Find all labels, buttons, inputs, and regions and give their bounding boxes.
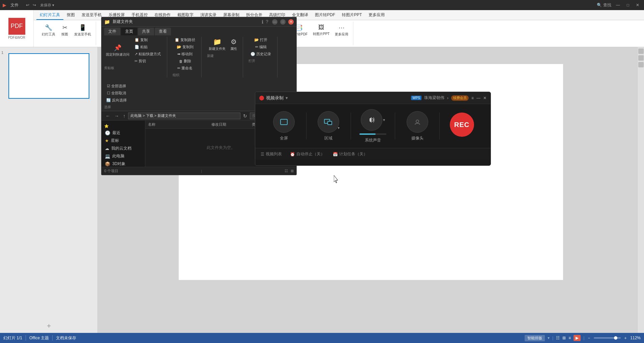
fe-maximize[interactable]: □: [280, 19, 286, 25]
vr-close-btn[interactable]: ✕: [483, 96, 487, 100]
smart-layout-btn[interactable]: 智能排版: [525, 335, 545, 341]
fe-minimize[interactable]: —: [272, 19, 277, 25]
details-view-btn[interactable]: ☷: [556, 336, 560, 340]
video-recorder-window: 视频录制 ▾ WPS 珠海梁朝伟 › 续费会员 ≡ — ✕ 全屏: [255, 92, 491, 166]
vr-fullscreen-btn[interactable]: [273, 111, 295, 133]
vr-audio-btn[interactable]: [361, 109, 382, 131]
fe-paste-btn[interactable]: 📄粘贴: [133, 44, 163, 50]
col-date[interactable]: 修改日期: [209, 122, 249, 127]
rs-btn-2[interactable]: [638, 55, 644, 61]
fe-back-btn[interactable]: ←: [104, 113, 112, 119]
fe-tab-share[interactable]: 共享: [138, 28, 154, 35]
slide-thumbnail[interactable]: [8, 53, 89, 99]
menu-file[interactable]: 文件: [8, 1, 21, 9]
fe-address-input[interactable]: 此电脑 > 下载 > 新建文件夹: [128, 113, 240, 119]
btn-tools[interactable]: 🔧幻灯工具: [40, 23, 57, 38]
vr-auto-stop-btn[interactable]: ⏰ 自动停止（关）: [290, 151, 325, 157]
rs-btn-1[interactable]: [638, 49, 644, 54]
rtab-img-pdf[interactable]: 图片转PDF: [312, 11, 339, 20]
theme-label[interactable]: Office 主题: [29, 335, 49, 341]
zoom-slider[interactable]: [594, 337, 621, 339]
vr-minimize-btn[interactable]: —: [476, 96, 480, 100]
vr-video-list-btn[interactable]: ☰ 视频列表: [261, 151, 282, 157]
rtab-more[interactable]: 更多应用: [365, 11, 388, 20]
fe-large-icons-view[interactable]: ⊞: [291, 169, 294, 173]
vr-audio-arrow[interactable]: ▾: [383, 118, 385, 122]
fe-select-all-btn[interactable]: ☑全部选择: [105, 83, 128, 89]
doc-save-status[interactable]: 文档未保存: [56, 335, 76, 341]
fe-delete-btn[interactable]: 🗑删除: [177, 58, 193, 64]
minimize-btn[interactable]: —: [614, 3, 622, 7]
rtab-cutout[interactable]: 抠图: [63, 11, 78, 20]
fe-nav-recent[interactable]: 🕐 最近: [101, 129, 145, 137]
vr-rec-indicator: [259, 96, 264, 100]
divider-view: |: [552, 336, 553, 340]
fe-deselect-btn[interactable]: ☐全部取消: [105, 90, 128, 96]
vr-scheduled-btn[interactable]: 📅 计划任务（关）: [333, 151, 368, 157]
fe-copy-btn[interactable]: 📋复制: [133, 37, 163, 43]
btn-cutout[interactable]: ✂抠图: [59, 23, 71, 38]
fe-help-btn[interactable]: ？: [265, 19, 269, 25]
vr-vip-label[interactable]: 续费会员: [451, 95, 469, 101]
maximize-btn[interactable]: □: [625, 3, 631, 7]
fe-rename-btn[interactable]: ✏重命名: [175, 65, 195, 71]
vr-user-flag: WPS: [411, 96, 421, 100]
btn-more[interactable]: ⋯更多应用: [333, 23, 350, 38]
fe-info-btn[interactable]: ℹ: [262, 19, 263, 25]
zoom-out-btn[interactable]: －: [587, 335, 591, 341]
fe-up-btn[interactable]: ↑: [122, 113, 127, 119]
fe-pin-btn[interactable]: 📌 固定到快速访问: [104, 43, 131, 58]
fe-move-to-btn[interactable]: ➡移动到: [175, 51, 195, 57]
fe-nav-pc[interactable]: 💻 此电脑: [101, 152, 145, 160]
undo-btn[interactable]: ↩: [25, 2, 31, 9]
statusbar: 幻灯片 1/1 Office 主题 文档未保存 智能排版 ▾ | ☷ ⊞ ≡ ▶…: [0, 333, 644, 343]
svg-point-4: [416, 120, 419, 123]
fe-nav-cloud[interactable]: ☁ 我的云文档: [101, 145, 145, 152]
close-btn[interactable]: ✕: [634, 3, 641, 7]
col-name[interactable]: 名称: [145, 122, 209, 127]
right-sidebar: [637, 47, 644, 333]
zoom-in-btn[interactable]: ＋: [623, 335, 627, 341]
fe-paste-shortcut-btn[interactable]: ↗粘贴快捷方式: [133, 51, 163, 57]
save-btn-top[interactable]: 未保存 ▾: [38, 2, 56, 9]
fe-nav-starred[interactable]: ★ 星标: [101, 137, 145, 145]
vr-rec-button[interactable]: REC: [450, 113, 474, 137]
svg-rect-0: [281, 119, 287, 125]
fe-nav-3d[interactable]: 📦 3D对象: [101, 160, 145, 167]
fe-tab-view[interactable]: 查看: [155, 28, 171, 35]
fe-copy-path-btn[interactable]: 📋复制路径: [173, 37, 197, 43]
redo-btn[interactable]: ↪: [31, 2, 37, 9]
btn-img-ppt[interactable]: 🖼转图片PPT: [311, 23, 331, 37]
rtab-img-ppt[interactable]: 转图片PPT: [339, 11, 365, 20]
vr-region-btn[interactable]: ▾: [318, 111, 339, 133]
fe-new-folder-btn[interactable]: 📁 新建文件夹: [207, 37, 227, 52]
rtab-slide-tools[interactable]: 幻灯片工具: [36, 11, 63, 20]
vr-title-arrow[interactable]: ▾: [286, 95, 288, 100]
vr-user-arrow[interactable]: ›: [447, 96, 448, 100]
add-slide-btn[interactable]: ＋: [46, 322, 52, 329]
fe-copy-to-btn[interactable]: 📂复制到: [175, 44, 196, 50]
present-btn[interactable]: ▶: [574, 335, 581, 341]
outline-view-btn[interactable]: ≡: [568, 336, 571, 340]
search-top[interactable]: 🔍 查找: [597, 2, 611, 8]
fe-invert-btn[interactable]: 🔄反向选择: [104, 97, 129, 103]
fe-close[interactable]: ✕: [288, 19, 294, 25]
vr-menu-btn[interactable]: ≡: [471, 96, 474, 100]
fe-open-btn[interactable]: 📂打开: [252, 37, 269, 43]
fe-details-view[interactable]: ☷: [285, 169, 288, 173]
rs-btn-3[interactable]: [638, 62, 644, 67]
vr-camera-btn[interactable]: [407, 111, 428, 133]
grid-view-btn[interactable]: ⊞: [562, 336, 566, 340]
fe-history-btn[interactable]: 🕐历史记录: [248, 51, 273, 57]
fe-tab-home[interactable]: 主页: [121, 28, 137, 35]
fe-cut-btn[interactable]: ✂剪切: [133, 58, 163, 64]
fe-refresh-btn[interactable]: ↻: [242, 113, 248, 119]
btn-send-phone[interactable]: 📱发送至手机: [72, 23, 93, 38]
fe-forward-btn[interactable]: →: [113, 113, 120, 119]
fe-titlebar: 📁 新建文件夹 ℹ ？ — □ ✕: [101, 17, 296, 27]
fe-recent-label: ⭐: [101, 122, 145, 129]
fe-properties-btn[interactable]: ⚙ 属性: [229, 37, 239, 52]
ribbon: PDF PDF&WOR 幻灯片工具 抠图 发送至手机 乐播投屏 手机遥控 在线协…: [0, 10, 644, 47]
fe-edit-btn[interactable]: ✏编辑: [253, 44, 269, 50]
fe-tab-file[interactable]: 文件: [104, 28, 120, 35]
